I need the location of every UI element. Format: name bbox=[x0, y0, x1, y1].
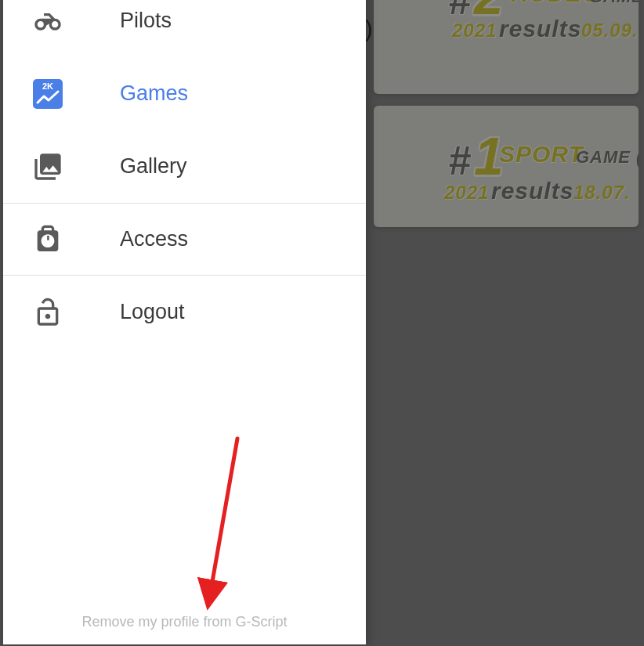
unlock-icon bbox=[32, 297, 63, 328]
motorcycle-icon bbox=[32, 5, 63, 37]
sidebar-item-logout[interactable]: Logout bbox=[3, 276, 366, 348]
sidebar-item-label: Logout bbox=[120, 300, 185, 324]
sidebar-item-access[interactable]: Access bbox=[3, 203, 366, 276]
navigation-drawer: Pilots 2K Games Gallery Access bbox=[3, 0, 366, 644]
remove-profile-link[interactable]: Remove my profile from G-Script bbox=[3, 614, 366, 644]
sidebar-item-gallery[interactable]: Gallery bbox=[3, 130, 366, 203]
sidebar-item-label: Pilots bbox=[120, 9, 172, 33]
sidebar-item-label: Games bbox=[120, 81, 188, 106]
sidebar-item-pilots[interactable]: Pilots bbox=[3, 0, 366, 57]
chart-2k-icon: 2K bbox=[32, 78, 63, 110]
sidebar-item-label: Gallery bbox=[120, 154, 187, 179]
sidebar-item-label: Access bbox=[120, 227, 188, 251]
clock-lock-icon bbox=[32, 224, 63, 255]
gallery-icon bbox=[32, 151, 63, 182]
sidebar-item-games[interactable]: 2K Games bbox=[3, 57, 366, 130]
